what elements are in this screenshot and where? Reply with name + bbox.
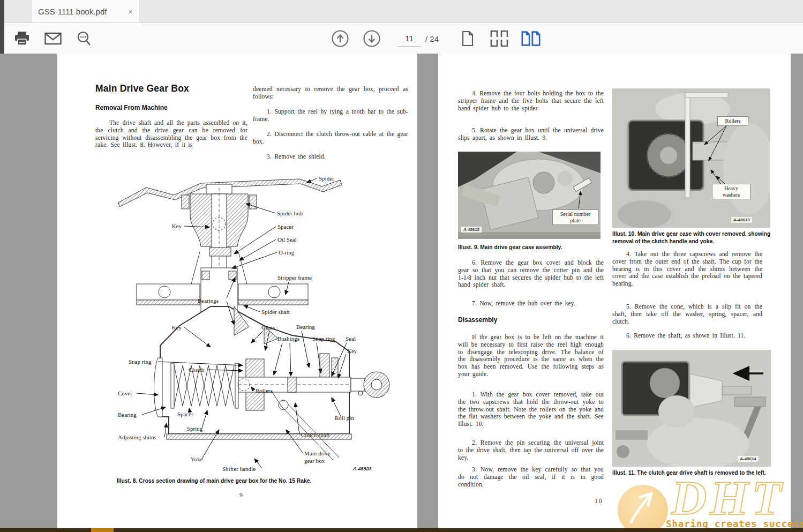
- tab-bar: GSS-1111 book.pdf ×: [4, 0, 803, 23]
- step-item: 4. Remove the four bolts holding the box…: [458, 90, 604, 112]
- diagram-label: gear box: [304, 458, 325, 464]
- diagram-label: Snap ring: [129, 358, 152, 365]
- email-icon: [44, 32, 62, 45]
- diagram-label: Gears: [261, 324, 275, 331]
- section-heading: Removal From Machine: [95, 104, 168, 111]
- illust10-photo-image: [612, 88, 770, 228]
- multi-page-view-button[interactable]: [489, 28, 509, 49]
- zoom-search-icon: [76, 31, 92, 47]
- step-item: 7. Now, remove the hub over the key.: [458, 300, 604, 308]
- page-down-icon: [363, 29, 381, 48]
- step-item: 6. Remove the gear box cover and block t…: [458, 259, 604, 289]
- photo-id-tag: A-48613: [731, 217, 752, 223]
- pdf-viewer-window: GSS-1111 book.pdf ×: [0, 0, 803, 532]
- figure-id: A-48603: [352, 466, 372, 471]
- diagram-label: Spacer: [277, 223, 294, 230]
- diagram-label: Roll pin: [335, 415, 354, 421]
- illust11-photo: A-48614: [612, 350, 771, 467]
- toolbar-left-group: [12, 28, 94, 49]
- illust8-caption: Illust. 8. Cross section drawing of main…: [117, 477, 385, 485]
- diagram-label: Stripper frame: [277, 274, 312, 281]
- step-item: 3. Remove the shield.: [253, 153, 408, 161]
- two-page-view-icon: [521, 31, 541, 47]
- disassembly-heading: Disassembly: [458, 316, 497, 324]
- disassembly-intro: If the gear box is to be left on the mac…: [458, 334, 604, 378]
- document-viewport[interactable]: Main Drive Gear Box Removal From Machine…: [0, 54, 803, 529]
- diagram-label: Yoke: [191, 456, 203, 462]
- print-button[interactable]: [12, 28, 32, 49]
- multi-page-view-icon: [490, 30, 508, 47]
- diagram-label: Spider hub: [277, 210, 303, 216]
- page-total-label: / 24: [425, 34, 439, 43]
- photo-id-tag: A-48614: [738, 456, 759, 462]
- page-number: 10: [595, 498, 603, 504]
- two-page-view-button[interactable]: [521, 28, 541, 49]
- step-item: 1. Support the reel by tying a tooth bar…: [253, 108, 408, 123]
- page-number: 9: [239, 492, 244, 498]
- serial-number-plate-label: Serial number plate: [552, 209, 598, 225]
- cross-section-diagram: Spider Spider hub Key Spacer Oil Seal O-…: [111, 166, 403, 474]
- pdf-toolbar: / 24: [4, 23, 803, 54]
- illust10-photo: Rollers Heavy washers A-48613: [612, 88, 770, 228]
- intro-paragraph: The drive shaft and all the parts assemb…: [95, 119, 247, 149]
- diagram-label: Shifter handle: [222, 466, 256, 472]
- page-number-group: / 24: [397, 31, 439, 47]
- diagram-label: Clutch: [189, 366, 205, 373]
- toolbar-center-group: / 24: [330, 28, 541, 49]
- page-10: 4. Remove the four bolts holding the box…: [438, 54, 791, 529]
- diagram-label: Key: [347, 348, 357, 354]
- rollers-label: Rollers: [717, 116, 748, 126]
- illust9-caption: Illust. 9. Main drive gear case assembly…: [458, 244, 604, 251]
- col2-lead: deemed necessary to remove the gear box,…: [253, 86, 408, 101]
- illust11-photo-image: [612, 350, 771, 467]
- step-item: 5. Remove the cone, which is a slip fit …: [612, 303, 762, 325]
- diagram-label: Spider: [319, 175, 334, 182]
- diagram-label: Spacer: [177, 411, 193, 417]
- zoom-button[interactable]: [74, 28, 94, 49]
- bottom-progress-segment: [91, 528, 114, 532]
- single-page-view-icon: [461, 31, 474, 47]
- diagram-label: Adjusting shims: [118, 434, 156, 440]
- step-item: 1. With the gear box cover removed, take…: [458, 391, 604, 428]
- page-9: Main Drive Gear Box Removal From Machine…: [57, 54, 417, 529]
- page-up-icon: [331, 29, 349, 48]
- step-item: 2. Disconnect the clutch throw-out cable…: [253, 131, 408, 146]
- previous-page-button[interactable]: [330, 28, 350, 49]
- diagram-label: Spring: [187, 425, 203, 432]
- diagram-label: Key: [172, 324, 182, 331]
- diagram-label: Clutch shaft: [301, 432, 329, 438]
- diagram-label: Main drive: [304, 450, 331, 456]
- diagram-label: Oil Seal: [277, 236, 297, 243]
- diagram-label: Bushings: [277, 335, 299, 342]
- page-title: Main Drive Gear Box: [95, 83, 189, 94]
- diagram-label: Spider shaft: [261, 309, 290, 315]
- step-item: 6. Remove the shaft, as shown in Illust.…: [612, 332, 762, 340]
- illust10-caption: Illust. 10. Main drive gear case with co…: [612, 230, 771, 245]
- diagram-label: Snap ring: [312, 335, 335, 342]
- watermark-arrow-icon: [618, 485, 668, 532]
- diagram-label: Bearing: [296, 324, 315, 330]
- tab-title: GSS-1111 book.pdf: [38, 7, 124, 16]
- diagram-label: Cover: [118, 390, 132, 396]
- diagram-label: Seal: [346, 335, 356, 342]
- illust9-photo: Serial number plate A 48615: [458, 152, 601, 239]
- bottom-progress-bar: [0, 528, 803, 532]
- close-icon[interactable]: ×: [128, 8, 133, 16]
- watermark-circle: [618, 485, 668, 532]
- step-item: 4. Take out the three capscrews and remo…: [612, 251, 762, 288]
- photo-id-tag: A 48615: [461, 227, 482, 233]
- illust9-photo-image: [458, 152, 601, 239]
- diagram-label: Bearings: [198, 297, 219, 304]
- page-number-input[interactable]: [397, 31, 421, 47]
- pdf-tab[interactable]: GSS-1111 book.pdf ×: [31, 0, 140, 23]
- heavy-washers-label: Heavy washers: [712, 184, 751, 199]
- step-item: 2. Remove the pin securing the universal…: [458, 439, 604, 461]
- next-page-button[interactable]: [362, 28, 382, 49]
- diagram-label: Bearing: [118, 411, 137, 418]
- step-item: 5. Rotate the gear box until the univers…: [458, 127, 604, 142]
- single-page-view-button[interactable]: [457, 28, 478, 49]
- email-button[interactable]: [43, 28, 63, 49]
- window-edge: [0, 0, 4, 54]
- diagram-label: Rollers: [256, 387, 273, 394]
- diagram-label: Key: [172, 223, 182, 229]
